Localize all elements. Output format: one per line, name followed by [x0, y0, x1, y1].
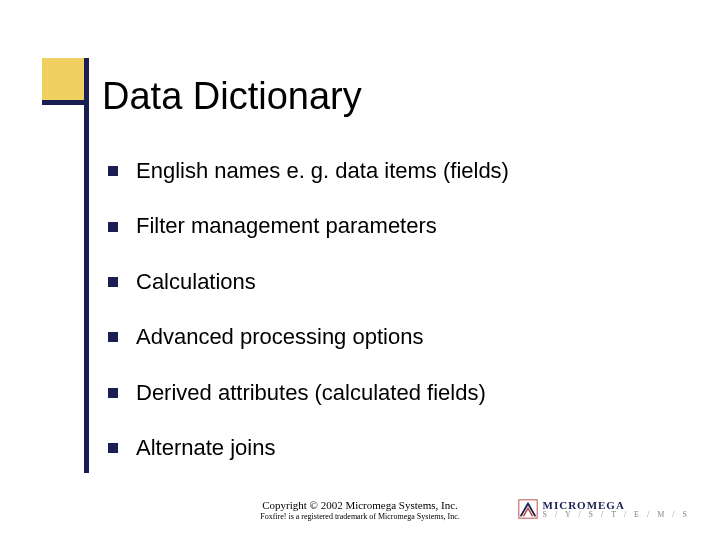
bullet-icon	[108, 222, 118, 232]
logo-mark-icon	[517, 498, 539, 520]
item-text: English names e. g. data items (fields)	[136, 158, 509, 184]
item-text: Derived attributes (calculated fields)	[136, 380, 486, 406]
company-logo: MICROMEGA S / Y / S / T / E / M / S	[517, 498, 690, 520]
bullet-icon	[108, 443, 118, 453]
dec-navy-vertical	[84, 58, 89, 473]
list-item: Alternate joins	[108, 435, 670, 461]
list-item: Advanced processing options	[108, 324, 670, 350]
bullet-icon	[108, 277, 118, 287]
item-text: Calculations	[136, 269, 256, 295]
slide-title: Data Dictionary	[102, 75, 362, 118]
item-text: Advanced processing options	[136, 324, 423, 350]
list-item: English names e. g. data items (fields)	[108, 158, 670, 184]
list-item: Derived attributes (calculated fields)	[108, 380, 670, 406]
logo-name: MICROMEGA	[543, 500, 690, 511]
item-text: Alternate joins	[136, 435, 275, 461]
item-text: Filter management parameters	[136, 213, 437, 239]
bullet-icon	[108, 388, 118, 398]
dec-navy-horizontal	[42, 100, 84, 105]
logo-sub: S / Y / S / T / E / M / S	[543, 511, 690, 519]
bullet-list: English names e. g. data items (fields) …	[108, 158, 670, 490]
list-item: Filter management parameters	[108, 213, 670, 239]
logo-text: MICROMEGA S / Y / S / T / E / M / S	[543, 500, 690, 519]
title-decoration	[42, 58, 102, 118]
dec-yellow-square	[42, 58, 84, 100]
list-item: Calculations	[108, 269, 670, 295]
bullet-icon	[108, 166, 118, 176]
bullet-icon	[108, 332, 118, 342]
